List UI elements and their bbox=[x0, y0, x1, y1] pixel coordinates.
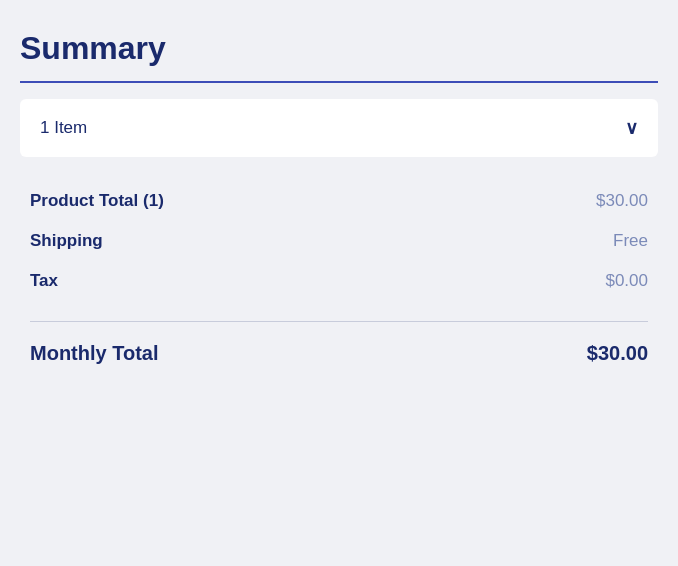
tax-value: $0.00 bbox=[605, 271, 648, 291]
summary-title: Summary bbox=[20, 30, 658, 67]
chevron-down-icon[interactable]: ∨ bbox=[625, 117, 638, 139]
tax-row: Tax $0.00 bbox=[30, 261, 648, 301]
items-count-label: 1 Item bbox=[40, 118, 87, 138]
product-total-label: Product Total (1) bbox=[30, 191, 164, 211]
monthly-total-label: Monthly Total bbox=[30, 342, 159, 365]
shipping-row: Shipping Free bbox=[30, 221, 648, 261]
items-row[interactable]: 1 Item ∨ bbox=[20, 99, 658, 157]
monthly-total-row: Monthly Total $30.00 bbox=[20, 342, 658, 365]
monthly-total-value: $30.00 bbox=[587, 342, 648, 365]
line-items-container: Product Total (1) $30.00 Shipping Free T… bbox=[20, 181, 658, 301]
shipping-value: Free bbox=[613, 231, 648, 251]
shipping-label: Shipping bbox=[30, 231, 103, 251]
product-total-row: Product Total (1) $30.00 bbox=[30, 181, 648, 221]
top-divider bbox=[20, 81, 658, 83]
product-total-value: $30.00 bbox=[596, 191, 648, 211]
bottom-divider bbox=[30, 321, 648, 322]
summary-card: Summary 1 Item ∨ Product Total (1) $30.0… bbox=[20, 30, 658, 365]
tax-label: Tax bbox=[30, 271, 58, 291]
